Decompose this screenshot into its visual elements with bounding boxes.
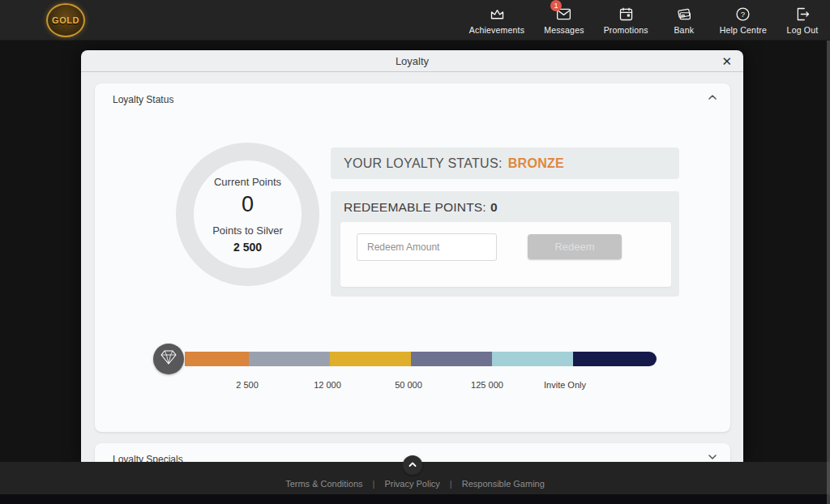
- current-tier-marker: [153, 344, 184, 374]
- nav-item-log-out[interactable]: Log Out: [786, 6, 819, 35]
- terms-and-conditions-link[interactable]: Terms & Conditions: [285, 479, 362, 489]
- redeemable-points-panel: REDEEMABLE POINTS:0 Redeem: [331, 191, 679, 297]
- modal-title: Loyalty: [81, 50, 743, 72]
- nav-label: Help Centre: [720, 25, 767, 35]
- loyalty-status-value: BRONZE: [508, 156, 564, 171]
- calendar-icon: [618, 6, 635, 23]
- bottom-strip: [0, 494, 830, 504]
- page: GOLD Achievements 1 Mess: [0, 0, 830, 504]
- redeem-amount-input[interactable]: [357, 233, 497, 261]
- nav-item-help-centre[interactable]: ? Help Centre: [720, 6, 767, 35]
- responsible-gaming-link[interactable]: Responsible Gaming: [462, 479, 545, 489]
- redeem-button[interactable]: Redeem: [528, 234, 622, 259]
- tier-segment-bronze: [185, 352, 249, 366]
- current-points-value: 0: [242, 192, 254, 217]
- close-icon[interactable]: ✕: [721, 53, 732, 70]
- tier-threshold: 2 500: [236, 380, 259, 390]
- nav-label: Bank: [674, 25, 694, 35]
- casino-logo-text: GOLD: [52, 15, 79, 25]
- loyalty-modal: Loyalty ✕ Loyalty Status Current Points …: [81, 50, 743, 462]
- tier-threshold-labels: 2 500 12 000 50 000 125 000 Invite Only: [95, 380, 730, 393]
- tier-segment-gold: [330, 352, 411, 366]
- top-nav: GOLD Achievements 1 Mess: [0, 0, 830, 41]
- loyalty-status-section: Loyalty Status Current Points 0 Points t…: [95, 83, 730, 432]
- nav-items: Achievements 1 Messages: [469, 0, 819, 41]
- vertical-scrollbar[interactable]: [827, 41, 830, 504]
- nav-item-bank[interactable]: Bank: [668, 6, 700, 35]
- chevron-up-icon[interactable]: [708, 92, 717, 102]
- nav-item-messages[interactable]: 1 Messages: [544, 6, 584, 35]
- scroll-up-button[interactable]: [403, 455, 422, 475]
- casino-logo[interactable]: GOLD: [46, 3, 85, 37]
- tier-segment-diamond: [492, 352, 573, 366]
- points-to-silver-label: Points to Silver: [212, 224, 283, 237]
- tier-threshold: 125 000: [471, 380, 503, 390]
- nav-item-achievements[interactable]: Achievements: [469, 6, 524, 35]
- tier-segment-platinum: [411, 352, 492, 366]
- section-title: Loyalty Status: [113, 94, 173, 105]
- redeemable-points-heading: REDEEMABLE POINTS:0: [344, 200, 498, 215]
- modal-header: Loyalty ✕: [81, 50, 743, 72]
- points-to-silver-value: 2 500: [233, 241, 262, 254]
- loyalty-status-banner: YOUR LOYALTY STATUS: BRONZE: [331, 147, 679, 179]
- tier-threshold: 50 000: [395, 380, 422, 390]
- footer-separator: |: [373, 479, 375, 489]
- messages-unread-badge: 1: [550, 0, 562, 11]
- tier-segment-silver: [249, 352, 330, 366]
- tier-threshold: Invite Only: [544, 380, 586, 390]
- redeem-form: Redeem: [340, 222, 671, 287]
- chevron-down-icon[interactable]: [708, 452, 717, 462]
- nav-label: Promotions: [604, 25, 648, 35]
- crown-icon: [489, 6, 506, 23]
- tier-segment-invite-only: [573, 352, 657, 366]
- loyalty-status-prefix: YOUR LOYALTY STATUS:: [344, 156, 503, 171]
- chevron-up-icon: [408, 459, 417, 472]
- cards-icon: [675, 6, 692, 23]
- privacy-policy-link[interactable]: Privacy Policy: [384, 479, 439, 489]
- nav-label: Log Out: [787, 25, 819, 35]
- footer-separator: |: [450, 479, 452, 489]
- svg-text:?: ?: [741, 10, 745, 19]
- nav-item-promotions[interactable]: Promotions: [604, 6, 648, 35]
- nav-label: Achievements: [469, 25, 524, 35]
- logout-icon: [794, 6, 811, 23]
- redeemable-points-label: REDEEMABLE POINTS:: [344, 200, 486, 214]
- diamond-icon: [159, 348, 178, 370]
- nav-label: Messages: [544, 25, 584, 35]
- current-points-label: Current Points: [214, 176, 281, 188]
- question-icon: ?: [734, 6, 751, 23]
- redeemable-points-value: 0: [490, 200, 498, 214]
- tier-threshold: 12 000: [314, 380, 341, 390]
- tier-progress-bar: [185, 352, 657, 366]
- points-ring: Current Points 0 Points to Silver 2 500: [176, 143, 319, 286]
